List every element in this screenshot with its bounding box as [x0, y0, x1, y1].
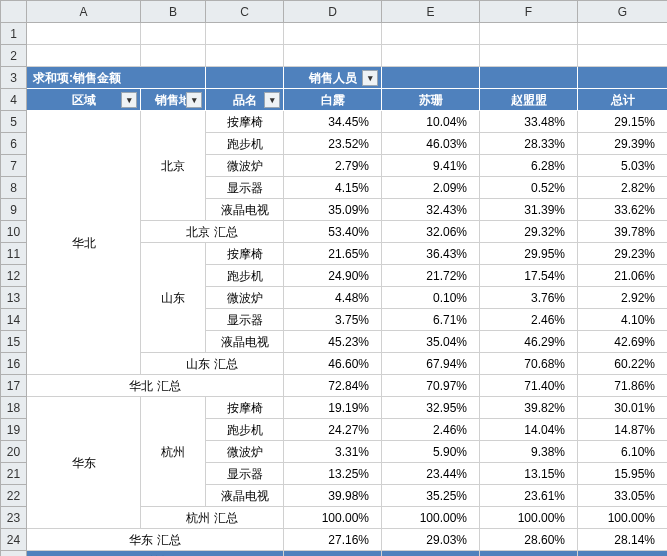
data-cell[interactable]: 24.90%: [284, 265, 382, 287]
data-cell[interactable]: 23.44%: [382, 463, 480, 485]
product-cell[interactable]: 跑步机: [206, 419, 284, 441]
data-cell[interactable]: 3.76%: [480, 287, 578, 309]
data-cell[interactable]: 4.10%: [578, 309, 667, 331]
row-header-25[interactable]: 25: [1, 551, 27, 556]
col-header-C[interactable]: C: [206, 1, 284, 23]
data-cell[interactable]: 21.06%: [578, 265, 667, 287]
pivot-value-field-label[interactable]: 求和项:销售金额: [27, 67, 206, 89]
cell[interactable]: [284, 23, 382, 45]
data-cell[interactable]: 10.04%: [382, 111, 480, 133]
product-cell[interactable]: 跑步机: [206, 265, 284, 287]
product-cell[interactable]: 微波炉: [206, 155, 284, 177]
data-cell[interactable]: 6.71%: [382, 309, 480, 331]
data-cell[interactable]: 2.82%: [578, 177, 667, 199]
cell[interactable]: [480, 23, 578, 45]
data-cell[interactable]: 32.95%: [382, 397, 480, 419]
data-cell[interactable]: 13.15%: [480, 463, 578, 485]
row-header-19[interactable]: 19: [1, 419, 27, 441]
col-sushan[interactable]: 苏珊: [382, 89, 480, 111]
cell[interactable]: [578, 23, 667, 45]
data-cell[interactable]: 2.46%: [382, 419, 480, 441]
row-header-9[interactable]: 9: [1, 199, 27, 221]
col-header-F[interactable]: F: [480, 1, 578, 23]
row-header-23[interactable]: 23: [1, 507, 27, 529]
data-cell[interactable]: 17.54%: [480, 265, 578, 287]
data-cell[interactable]: 19.19%: [284, 397, 382, 419]
subtotal-hangzhou[interactable]: 杭州 汇总: [141, 507, 284, 529]
product-cell[interactable]: 显示器: [206, 463, 284, 485]
data-cell[interactable]: 39.78%: [578, 221, 667, 243]
cell[interactable]: [206, 45, 284, 67]
subtotal-shandong[interactable]: 山东 汇总: [141, 353, 284, 375]
row-header-17[interactable]: 17: [1, 375, 27, 397]
row-header-16[interactable]: 16: [1, 353, 27, 375]
data-cell[interactable]: 5.90%: [382, 441, 480, 463]
row-header-6[interactable]: 6: [1, 133, 27, 155]
data-cell[interactable]: 33.48%: [480, 111, 578, 133]
data-cell[interactable]: 2.92%: [578, 287, 667, 309]
cell[interactable]: [141, 45, 206, 67]
data-cell[interactable]: 6.28%: [480, 155, 578, 177]
data-cell[interactable]: 29.15%: [578, 111, 667, 133]
data-cell[interactable]: 67.94%: [382, 353, 480, 375]
col-total[interactable]: 总计: [578, 89, 667, 111]
row-header-1[interactable]: 1: [1, 23, 27, 45]
cell[interactable]: [382, 45, 480, 67]
data-cell[interactable]: 4.15%: [284, 177, 382, 199]
row-header-22[interactable]: 22: [1, 485, 27, 507]
product-cell[interactable]: 跑步机: [206, 133, 284, 155]
data-cell[interactable]: 35.04%: [382, 331, 480, 353]
data-cell[interactable]: 21.65%: [284, 243, 382, 265]
row-header-2[interactable]: 2: [1, 45, 27, 67]
cell[interactable]: [206, 23, 284, 45]
data-cell[interactable]: 36.43%: [382, 243, 480, 265]
data-cell[interactable]: 35.09%: [284, 199, 382, 221]
grand-total-cell[interactable]: 100.00%: [382, 551, 480, 556]
data-cell[interactable]: 39.98%: [284, 485, 382, 507]
subtotal-beijing[interactable]: 北京 汇总: [141, 221, 284, 243]
pivot-salesloc-dropdown[interactable]: 销售地: [141, 89, 206, 111]
data-cell[interactable]: 2.46%: [480, 309, 578, 331]
row-header-18[interactable]: 18: [1, 397, 27, 419]
region-huabei[interactable]: 华北: [27, 111, 141, 375]
data-cell[interactable]: 53.40%: [284, 221, 382, 243]
data-cell[interactable]: 14.04%: [480, 419, 578, 441]
row-header-15[interactable]: 15: [1, 331, 27, 353]
data-cell[interactable]: 2.79%: [284, 155, 382, 177]
data-cell[interactable]: 28.14%: [578, 529, 667, 551]
subtotal-huadong[interactable]: 华东 汇总: [27, 529, 284, 551]
product-cell[interactable]: 按摩椅: [206, 397, 284, 419]
data-cell[interactable]: 100.00%: [284, 507, 382, 529]
product-cell[interactable]: 按摩椅: [206, 111, 284, 133]
cell[interactable]: [27, 45, 141, 67]
pivot-region-dropdown[interactable]: 区域: [27, 89, 141, 111]
loc-beijing[interactable]: 北京: [141, 111, 206, 221]
data-cell[interactable]: 4.48%: [284, 287, 382, 309]
data-cell[interactable]: 0.52%: [480, 177, 578, 199]
data-cell[interactable]: 29.23%: [578, 243, 667, 265]
row-header-5[interactable]: 5: [1, 111, 27, 133]
product-cell[interactable]: 按摩椅: [206, 243, 284, 265]
data-cell[interactable]: 32.43%: [382, 199, 480, 221]
loc-shandong[interactable]: 山东: [141, 243, 206, 353]
product-cell[interactable]: 液晶电视: [206, 485, 284, 507]
data-cell[interactable]: 27.16%: [284, 529, 382, 551]
loc-hangzhou[interactable]: 杭州: [141, 397, 206, 507]
subtotal-huabei[interactable]: 华北 汇总: [27, 375, 284, 397]
data-cell[interactable]: 9.41%: [382, 155, 480, 177]
data-cell[interactable]: 32.06%: [382, 221, 480, 243]
cell[interactable]: [578, 45, 667, 67]
data-cell[interactable]: 5.03%: [578, 155, 667, 177]
data-cell[interactable]: 6.10%: [578, 441, 667, 463]
product-cell[interactable]: 液晶电视: [206, 331, 284, 353]
cell[interactable]: [284, 45, 382, 67]
data-cell[interactable]: 39.82%: [480, 397, 578, 419]
row-header-20[interactable]: 20: [1, 441, 27, 463]
row-header-8[interactable]: 8: [1, 177, 27, 199]
data-cell[interactable]: 9.38%: [480, 441, 578, 463]
product-cell[interactable]: 显示器: [206, 177, 284, 199]
data-cell[interactable]: 34.45%: [284, 111, 382, 133]
col-zhaomeng[interactable]: 赵盟盟: [480, 89, 578, 111]
product-cell[interactable]: 液晶电视: [206, 199, 284, 221]
grand-total-cell[interactable]: 100.00%: [578, 551, 667, 556]
